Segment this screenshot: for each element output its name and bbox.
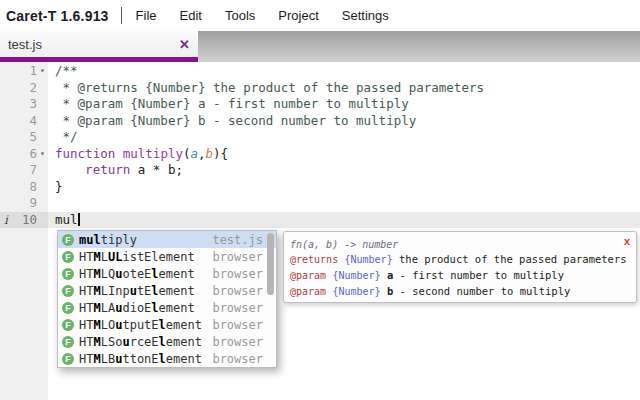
line-number: 3 (29, 96, 37, 113)
completion-item[interactable]: Fmultiplytest.js (58, 231, 276, 248)
code-token: } (55, 179, 63, 194)
code-token: /** (55, 63, 78, 78)
gutter-row: 2 (0, 80, 48, 97)
code-token: * @param {Number} b - second number to m… (55, 113, 416, 128)
code-line-5[interactable]: */ (48, 129, 640, 146)
completion-label: multiply (79, 233, 212, 247)
fold-arrow-icon[interactable]: ▾ (37, 63, 48, 80)
line-number: 1 (29, 63, 37, 80)
completion-label: HTMLUListElement (79, 250, 212, 264)
code-token: - second number to multiply (393, 285, 570, 297)
tab-close-icon[interactable]: ✕ (179, 38, 190, 51)
code-token: * @param {Number} a - first number to mu… (55, 96, 409, 111)
gutter-row: i10 (0, 212, 48, 229)
menu-item-edit[interactable]: Edit (180, 8, 202, 23)
completion-label: HTMLQuoteElement (79, 267, 212, 281)
tab-bar: test.js ✕ (0, 31, 640, 62)
code-token (55, 162, 85, 177)
code-token: a (191, 146, 199, 161)
code-editor[interactable]: 1▾23456▾789i10 /** * @returns {Number} t… (0, 62, 640, 400)
code-token: function (55, 146, 115, 161)
line-number: 9 (29, 195, 37, 212)
line-number-gutter: 1▾23456▾789i10 (0, 62, 48, 400)
code-token: return (85, 162, 130, 177)
code-token: @param (290, 270, 326, 281)
code-token: {Number} (332, 286, 380, 297)
completion-source: browser (212, 352, 263, 366)
function-kind-icon: F (62, 319, 74, 331)
code-line-1[interactable]: /** (48, 63, 640, 80)
completion-label: HTMLSourceElement (79, 335, 212, 349)
menu-item-tools[interactable]: Tools (225, 8, 255, 23)
function-kind-icon: F (62, 234, 74, 246)
code-token: the product of the passed parameters (393, 253, 627, 265)
gutter-row: 3 (0, 96, 48, 113)
completion-item[interactable]: FHTMLButtonElementbrowser (58, 350, 276, 367)
code-line-10[interactable]: mul (48, 212, 640, 229)
tab-testjs[interactable]: test.js ✕ (0, 31, 198, 57)
code-token: {Number} (332, 270, 380, 281)
code-token: ( (183, 146, 191, 161)
completion-item[interactable]: FHTMLSourceElementbrowser (58, 333, 276, 350)
info-marker-icon: i (4, 212, 8, 229)
code-token: */ (55, 129, 78, 144)
completion-item[interactable]: FHTMLUListElementbrowser (58, 248, 276, 265)
completion-item[interactable]: FHTMLOutputElementbrowser (58, 316, 276, 333)
code-line-3[interactable]: * @param {Number} a - first number to mu… (48, 96, 640, 113)
gutter-row: 7 (0, 162, 48, 179)
completion-label: HTMLAudioElement (79, 301, 212, 315)
completion-item[interactable]: FHTMLInputElementbrowser (58, 282, 276, 299)
code-token: b (206, 146, 214, 161)
completion-item[interactable]: FHTMLAudioElementbrowser (58, 299, 276, 316)
tab-label: test.js (8, 37, 179, 52)
function-kind-icon: F (62, 285, 74, 297)
gutter-row: 5 (0, 129, 48, 146)
completion-source: browser (212, 335, 263, 349)
line-number: 8 (29, 179, 37, 196)
menu-item-file[interactable]: File (136, 8, 157, 23)
menu-item-project[interactable]: Project (278, 8, 318, 23)
code-token: mul (55, 212, 78, 227)
code-token: ){ (213, 146, 228, 161)
completion-item[interactable]: FHTMLQuoteElementbrowser (58, 265, 276, 282)
line-number: 7 (29, 162, 37, 179)
doc-tooltip: fn(a, b) -> number x @returns {Number} t… (283, 231, 637, 303)
app-window: Caret-T 1.6.913 FileEditToolsProjectSett… (0, 0, 640, 400)
menu-item-settings[interactable]: Settings (342, 8, 389, 23)
function-kind-icon: F (62, 336, 74, 348)
completion-source: browser (212, 267, 263, 281)
doc-line: @returns {Number} the product of the pas… (290, 251, 630, 267)
autocomplete-popup: Fmultiplytest.jsFHTMLUListElementbrowser… (57, 230, 277, 368)
completion-source: browser (212, 301, 263, 315)
doc-line: @param {Number} b - second number to mul… (290, 283, 630, 299)
function-signature: fn(a, b) -> number (290, 239, 398, 250)
completion-label: HTMLOutputElement (79, 318, 212, 332)
code-line-9[interactable] (48, 195, 640, 212)
line-number: 2 (29, 80, 37, 97)
code-token: {Number} (345, 254, 393, 265)
code-line-7[interactable]: return a * b; (48, 162, 640, 179)
code-line-8[interactable]: } (48, 179, 640, 196)
line-number: 5 (29, 129, 37, 146)
app-title: Caret-T 1.6.913 (6, 8, 109, 24)
code-token: a * b; (130, 162, 183, 177)
code-line-4[interactable]: * @param {Number} b - second number to m… (48, 113, 640, 130)
gutter-row: 6▾ (0, 146, 48, 163)
completion-label: HTMLButtonElement (79, 352, 212, 366)
function-kind-icon: F (62, 302, 74, 314)
code-line-2[interactable]: * @returns {Number} the product of the p… (48, 80, 640, 97)
function-kind-icon: F (62, 251, 74, 263)
menu-divider (121, 7, 122, 24)
function-kind-icon: F (62, 268, 74, 280)
completion-source: browser (212, 250, 263, 264)
code-token: @param (290, 286, 326, 297)
tooltip-close-icon[interactable]: x (624, 236, 630, 247)
code-token: , (198, 146, 206, 161)
popup-scrollbar-thumb[interactable] (267, 233, 274, 295)
code-token (115, 146, 123, 161)
fold-arrow-icon[interactable]: ▾ (37, 146, 48, 163)
menu-bar: Caret-T 1.6.913 FileEditToolsProjectSett… (0, 0, 640, 31)
text-cursor (78, 213, 80, 226)
completion-label: HTMLInputElement (79, 284, 212, 298)
code-line-6[interactable]: function multiply(a,b){ (48, 146, 640, 163)
